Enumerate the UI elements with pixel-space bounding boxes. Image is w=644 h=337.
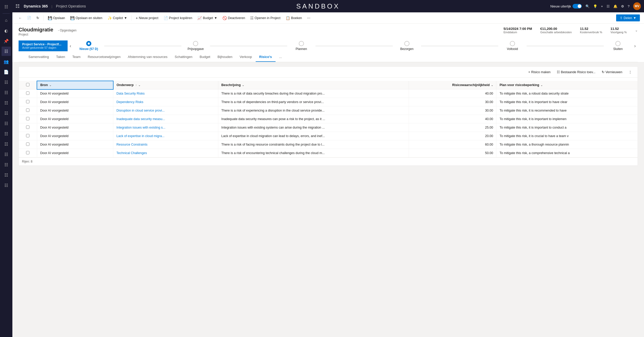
tab-more[interactable]: ... [276, 52, 286, 62]
stage-plannen[interactable]: Plannen [287, 39, 316, 52]
stage-nieuw[interactable]: Nieuw (57 D) [73, 39, 104, 52]
sidebar-pin-icon[interactable]: 📌 [2, 36, 11, 46]
th-beschrijving[interactable]: Beschrijving ⌄ [218, 81, 409, 89]
select-all-checkbox[interactable] [26, 83, 29, 86]
row-checkbox-6[interactable] [26, 142, 29, 146]
new-ui-toggle[interactable] [573, 4, 582, 9]
table-row[interactable]: Door AI voorgesteld Data Security Risks … [19, 89, 638, 98]
row-checkbox-cell-2[interactable] [19, 106, 37, 115]
sidebar-calculator-icon[interactable]: ☷ [2, 119, 11, 128]
row-checkbox-cell-5[interactable] [19, 132, 37, 140]
view-button[interactable]: 📄 [25, 15, 33, 21]
table-row[interactable]: Door AI voorgesteld Dependency Risks The… [19, 98, 638, 106]
waffle-icon[interactable]: ☷ [15, 3, 20, 9]
th-plan[interactable]: Plan voor risicobeperking ⌄ [496, 81, 638, 89]
row-subject-0[interactable]: Data Security Risks [113, 89, 218, 98]
sidebar-table-icon[interactable]: ☷ [2, 88, 11, 97]
book-button[interactable]: 📋 Boeken [284, 15, 304, 21]
settings-icon[interactable]: ⚙ [621, 4, 624, 8]
select-all-header[interactable] [19, 81, 37, 89]
new-project-button[interactable]: + Nieuw project [134, 15, 160, 21]
sidebar-expand-icon[interactable]: ☷ [2, 181, 11, 190]
th-bron[interactable]: Bron ⌄ [37, 81, 113, 89]
sidebar-person-add-icon[interactable]: ☷ [2, 108, 11, 118]
row-checkbox-cell-1[interactable] [19, 98, 37, 106]
row-checkbox-cell-0[interactable] [19, 89, 37, 98]
table-row[interactable]: Door AI voorgesteld Disruption in cloud … [19, 106, 638, 115]
row-subject-3[interactable]: Inadequate data security measu... [113, 115, 218, 123]
create-risk-button[interactable]: + Risico maken [526, 69, 553, 75]
row-checkbox-4[interactable] [26, 125, 29, 129]
row-checkbox-5[interactable] [26, 134, 29, 137]
tab-team[interactable]: Team [69, 52, 84, 62]
tab-samenvatting[interactable]: Samenvatting [25, 52, 53, 62]
save-button[interactable]: 💾 Opslaan [46, 15, 67, 21]
sidebar-chart-icon[interactable]: ☷ [2, 47, 11, 56]
row-checkbox-0[interactable] [26, 91, 29, 95]
tab-verkoop[interactable]: Verkoop [236, 52, 256, 62]
share-button[interactable]: ⇧ Delen ▼ [616, 14, 640, 21]
row-checkbox-7[interactable] [26, 151, 29, 154]
app-name[interactable]: Dynamics 365 [24, 4, 48, 8]
tab-bijhouden[interactable]: Bijhouden [214, 52, 236, 62]
tab-budget[interactable]: Budget [196, 52, 214, 62]
row-subject-6[interactable]: Resource Constraints [113, 140, 218, 149]
refresh-button[interactable]: ↻ Vernieuwen [599, 69, 625, 75]
tab-resourcetoewijzingen[interactable]: Resourcetoewijzingen [84, 52, 124, 62]
row-subject-7[interactable]: Technical Challenges [113, 149, 218, 157]
refresh-form-button[interactable]: ↻ [34, 15, 41, 21]
sidebar-home-icon[interactable]: ⌂ [2, 16, 11, 25]
stage-sluiten[interactable]: Sluiten [604, 39, 632, 52]
tab-afstemming[interactable]: Afstemming van resources [124, 52, 171, 62]
row-subject-1[interactable]: Dependency Risks [113, 98, 218, 106]
sidebar-phone-icon[interactable]: ☷ [2, 160, 11, 169]
row-checkbox-1[interactable] [26, 100, 29, 103]
row-checkbox-cell-4[interactable] [19, 123, 37, 132]
sidebar-waffle-icon[interactable]: ☷ [2, 2, 11, 11]
save-close-button[interactable]: 💾 Opslaan en sluiten [68, 15, 104, 21]
search-icon[interactable]: 🔍 [585, 4, 590, 8]
budget-button[interactable]: 📈 Budget ▼ [195, 15, 219, 21]
row-checkbox-cell-3[interactable] [19, 115, 37, 123]
row-subject-2[interactable]: Disruption in cloud service provi... [113, 106, 218, 115]
back-button[interactable]: ← [17, 15, 24, 21]
sidebar-settings-icon[interactable]: ☷ [2, 170, 11, 180]
notification-icon[interactable]: 🔔 [613, 4, 617, 8]
sidebar-document-icon[interactable]: 📄 [2, 67, 11, 77]
stage-voltooid[interactable]: Voltooid [498, 39, 527, 52]
sidebar-people-icon[interactable]: 👥 [2, 57, 11, 66]
filter-icon[interactable]: ☷ [607, 4, 610, 8]
sidebar-stack-icon[interactable]: ☷ [2, 129, 11, 138]
more-grid-button[interactable]: ⋮ [626, 69, 634, 75]
row-checkbox-cell-6[interactable] [19, 140, 37, 149]
deactivate-button[interactable]: 🚫 Deactiveren [220, 15, 247, 21]
copy-project-button[interactable]: 📄 Project kopiëren [162, 15, 194, 21]
th-probability[interactable]: Risicowaarschijnlijkheid ⌄ [409, 81, 496, 89]
lightbulb-icon[interactable]: 💡 [593, 4, 597, 8]
stage-prev-button[interactable]: ‹ [68, 43, 73, 49]
row-checkbox-3[interactable] [26, 117, 29, 120]
avatar[interactable]: MV [633, 2, 641, 10]
sidebar-grid-icon[interactable]: ☷ [2, 78, 11, 87]
copilot-button[interactable]: ✨ Copilot ▼ [106, 15, 129, 21]
th-onderwerp[interactable]: Onderwerp ↑ ⌄ [113, 81, 218, 89]
sidebar-layers-icon[interactable]: ☷ [2, 98, 11, 107]
stage-bezorgen[interactable]: Bezorgen [393, 39, 421, 52]
sidebar-recent-icon[interactable]: ◐ [2, 26, 11, 35]
row-checkbox-2[interactable] [26, 108, 29, 112]
sidebar-person-check-icon[interactable]: ☷ [2, 150, 11, 159]
table-row[interactable]: Door AI voorgesteld Lack of expertise in… [19, 132, 638, 140]
add-existing-risk-button[interactable]: ☷ Bestaande Risico toev... [554, 69, 598, 75]
tab-schattingen[interactable]: Schattingen [171, 52, 196, 62]
tab-taken[interactable]: Taken [53, 52, 69, 62]
more-button[interactable]: ⋯ [305, 15, 312, 21]
stage-next-button[interactable]: › [632, 43, 638, 49]
meta-expand-button[interactable]: ⌄ [635, 27, 638, 34]
tab-risicos[interactable]: Risico's [256, 52, 276, 62]
open-in-project-button[interactable]: ☷ Openen in Project [248, 15, 283, 21]
project-active-bar[interactable]: Project Service - Projectf... Actief ged… [19, 40, 68, 51]
table-row[interactable]: Door AI voorgesteld Resource Constraints… [19, 140, 638, 149]
table-row[interactable]: Door AI voorgesteld Inadequate data secu… [19, 115, 638, 123]
table-row[interactable]: Door AI voorgesteld Integration issues w… [19, 123, 638, 132]
stage-prijsopgave[interactable]: Prijsopgave [181, 39, 210, 52]
